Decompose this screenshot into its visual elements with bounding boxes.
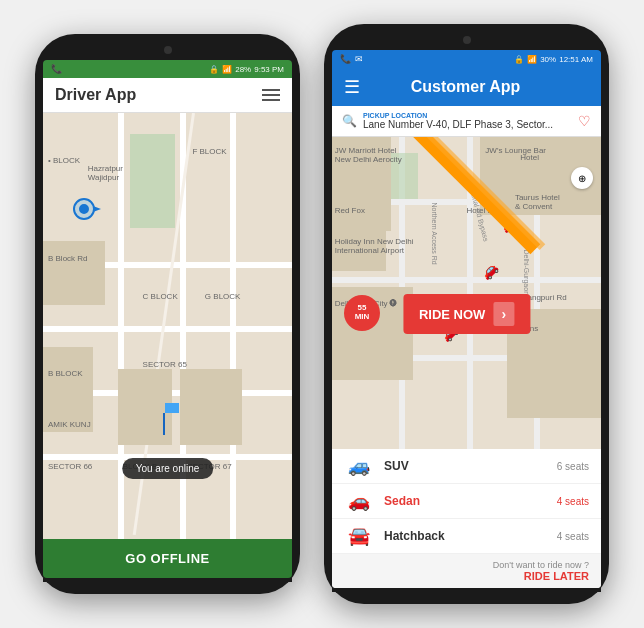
map-label-taurus: Taurus Hotel& Convent [515,193,560,211]
map-label-b-block-top: • BLOCK [48,156,80,165]
sedan-name: Sedan [384,494,547,508]
driver-app-bar: Driver App [43,78,292,113]
ride-now-button[interactable]: RIDE NOW › [403,294,530,334]
map-label-amik: AMIK KUNJ [48,420,91,429]
vehicle-panel: 🚙 SUV 6 seats 🚗 Sedan 4 seats 🚘 Hatchbac… [332,449,601,588]
favorite-icon[interactable]: ♡ [578,113,591,129]
online-status-toast: You are online [122,458,214,479]
eta-unit: MIN [355,313,370,322]
ride-now-label: RIDE NOW [419,307,485,322]
hatchback-icon: 🚘 [344,525,374,547]
sedan-icon: 🚗 [344,490,374,512]
time-text: 9:53 PM [254,65,284,74]
signal-icon: 📶 [222,65,232,74]
customer-phone: 📞 ✉ 🔒 📶 30% 12:51 AM ☰ Customer App 🔍 PI… [324,24,609,604]
driver-status-bar: 📞 🔒 📶 28% 9:53 PM [43,60,292,78]
driver-map: HazratpurWajidpur SECTOR 65 F BLOCK C BL… [43,113,292,539]
ride-later-prompt: Don't want to ride now ? [493,560,589,570]
customer-status-left: 📞 ✉ [340,54,363,64]
camera-dot-right [463,36,471,44]
map-label-redfox: Red Fox [335,206,365,215]
hatchback-seats: 4 seats [557,531,589,542]
map-label-g-block: G BLOCK [205,292,241,301]
vehicle-sedan-row[interactable]: 🚗 Sedan 4 seats [332,484,601,519]
ride-later-link[interactable]: RIDE LATER [344,570,589,582]
hamburger-menu-icon[interactable] [262,89,280,101]
map-label-jw: JW Marriott HotelNew Delhi Aerocity [335,146,402,164]
camera-dot [164,46,172,54]
compass-button[interactable]: ⊕ [571,167,593,189]
ride-now-arrow-icon: › [493,302,514,326]
map-label-b-block: B BLOCK [48,369,83,378]
lock-icon-c: 🔒 [514,55,524,64]
driver-screen: 📞 🔒 📶 28% 9:53 PM Driver App [43,60,292,578]
gps-location-marker [73,198,95,220]
customer-status-bar: 📞 ✉ 🔒 📶 30% 12:51 AM [332,50,601,68]
driver-app-title: Driver App [55,86,136,104]
suv-name: SUV [384,459,547,473]
battery-text: 28% [235,65,251,74]
map-label-sector65: SECTOR 65 [143,360,187,369]
phone-icon: 📞 [51,64,62,74]
suv-icon: 🚙 [344,455,374,477]
status-left-icons: 📞 [51,64,62,74]
msg-icon: ✉ [355,54,363,64]
ride-later-panel: Don't want to ride now ? RIDE LATER [332,554,601,588]
signal-icon-c: 📶 [527,55,537,64]
map-label-c-block: C BLOCK [143,292,178,301]
customer-app-bar: ☰ Customer App [332,68,601,106]
customer-app-title: Customer App [411,78,521,96]
map-label-b-block-rd: B Block Rd [48,254,88,263]
map-label-f-block: F BLOCK [192,147,226,156]
home-bar-right [332,588,601,592]
suv-seats: 6 seats [557,461,589,472]
time-text-c: 12:51 AM [559,55,593,64]
lock-icon: 🔒 [209,65,219,74]
eta-badge: 55 MIN [344,295,380,331]
map-label-sector66: SECTOR 66 [48,462,92,471]
home-bar [43,578,292,582]
go-offline-button[interactable]: GO OFFLINE [43,539,292,578]
hatchback-name: Hatchback [384,529,547,543]
search-icon: 🔍 [342,114,357,128]
pickup-info: PICKUP LOCATION Lane Number V-40, DLF Ph… [363,112,572,130]
customer-screen: 📞 ✉ 🔒 📶 30% 12:51 AM ☰ Customer App 🔍 PI… [332,50,601,588]
map-label-hotel-top: Hotel [520,153,539,162]
menu-hamburger-icon[interactable]: ☰ [344,76,360,98]
driver-phone: 📞 🔒 📶 28% 9:53 PM Driver App [35,34,300,594]
phone-icon-c: 📞 [340,54,351,64]
battery-text-c: 30% [540,55,556,64]
sedan-seats: 4 seats [557,496,589,507]
vehicle-hatchback-row[interactable]: 🚘 Hatchback 4 seats [332,519,601,554]
customer-map: JW Marriott HotelNew Delhi Aerocity JW's… [332,137,601,449]
customer-status-right: 🔒 📶 30% 12:51 AM [514,55,593,64]
vehicle-suv-row[interactable]: 🚙 SUV 6 seats [332,449,601,484]
map-label-holiday: Holiday Inn New DelhiInternational Airpo… [335,237,414,255]
map-label-hazratpur: HazratpurWajidpur [88,164,123,182]
destination-flag-marker [163,403,165,435]
map-label-northern: Northern Access Rd [431,203,438,265]
status-right-info: 🔒 📶 28% 9:53 PM [209,65,284,74]
pickup-location-bar[interactable]: 🔍 PICKUP LOCATION Lane Number V-40, DLF … [332,106,601,137]
